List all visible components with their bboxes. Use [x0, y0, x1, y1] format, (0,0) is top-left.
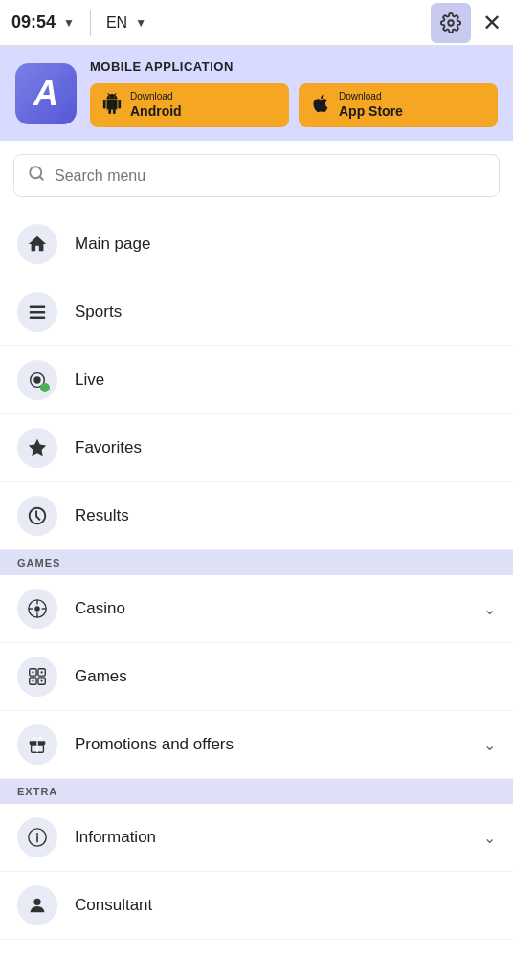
appstore-btn-text: Download App Store	[339, 91, 403, 120]
app-logo: A	[15, 63, 77, 124]
svg-point-21	[40, 680, 42, 682]
promotions-chevron-icon: ⌄	[483, 736, 496, 754]
search-bar[interactable]	[13, 154, 500, 197]
information-label: Information	[75, 828, 483, 847]
mobile-banner: A MOBILE APPLICATION Download Android	[0, 46, 513, 141]
menu-item-information[interactable]: Information ⌄	[0, 804, 513, 872]
person-icon	[27, 895, 48, 916]
svg-point-9	[34, 606, 40, 612]
android-btn-small: Download	[130, 91, 182, 102]
status-left: 09:54 ▼ EN ▼	[11, 10, 146, 36]
svg-point-19	[40, 672, 42, 674]
appstore-btn-small: Download	[339, 91, 403, 102]
status-lang: EN	[106, 14, 127, 32]
menu-item-favorites[interactable]: Favorites	[0, 414, 513, 482]
banner-title: MOBILE APPLICATION	[90, 59, 498, 74]
dice-icon	[27, 666, 48, 687]
menu-item-sports[interactable]: Sports	[0, 278, 513, 346]
status-right: ✕	[431, 3, 502, 43]
search-input[interactable]	[55, 167, 485, 185]
information-icon-wrap	[17, 817, 57, 858]
menu-item-consultant[interactable]: Consultant	[0, 872, 513, 940]
consultant-icon-wrap	[17, 885, 57, 925]
sports-label: Sports	[75, 302, 496, 322]
svg-rect-4	[30, 311, 46, 313]
extra-menu-list: Information ⌄ Consultant	[0, 804, 513, 940]
sports-icon	[27, 301, 48, 323]
live-dot	[40, 383, 50, 392]
android-btn-text: Download Android	[130, 91, 182, 120]
sports-icon-wrap	[17, 292, 57, 332]
svg-point-6	[33, 377, 40, 384]
app-logo-letter: A	[33, 74, 58, 114]
settings-button[interactable]	[431, 3, 471, 43]
android-icon	[101, 93, 123, 119]
games-label: Games	[75, 667, 496, 686]
svg-line-2	[39, 177, 42, 180]
svg-rect-5	[30, 317, 46, 319]
information-chevron-icon: ⌄	[483, 829, 496, 847]
promotions-icon-wrap	[17, 724, 57, 765]
home-icon	[27, 234, 48, 255]
menu-item-results[interactable]: Results	[0, 482, 513, 550]
games-icon-wrap	[17, 657, 57, 697]
svg-point-0	[448, 20, 454, 26]
casino-chevron-icon: ⌄	[483, 600, 496, 618]
star-icon	[27, 437, 48, 458]
games-menu-list: Casino ⌄ Games	[0, 575, 513, 779]
search-icon	[28, 165, 45, 187]
close-button[interactable]: ✕	[482, 10, 502, 36]
android-download-button[interactable]: Download Android	[90, 83, 289, 127]
menu-item-games[interactable]: Games	[0, 643, 513, 711]
android-btn-big: Android	[130, 102, 182, 120]
casino-icon-wrap	[17, 589, 57, 629]
gift-icon	[27, 734, 48, 755]
time-chevron-icon: ▼	[63, 16, 75, 30]
casino-icon	[27, 598, 48, 619]
consultant-label: Consultant	[75, 896, 496, 915]
favorites-label: Favorites	[75, 438, 496, 457]
menu-item-promotions[interactable]: Promotions and offers ⌄	[0, 711, 513, 779]
svg-point-18	[32, 672, 33, 674]
favorites-icon-wrap	[17, 428, 57, 468]
apple-icon	[310, 93, 331, 119]
status-time: 09:54	[11, 12, 56, 33]
main-page-label: Main page	[75, 234, 496, 254]
appstore-btn-big: App Store	[339, 102, 403, 120]
status-bar: 09:54 ▼ EN ▼ ✕	[0, 0, 513, 46]
menu-item-casino[interactable]: Casino ⌄	[0, 575, 513, 643]
results-icon	[27, 505, 48, 526]
svg-point-20	[32, 680, 33, 682]
info-icon	[27, 827, 48, 848]
live-icon-wrap	[17, 360, 57, 400]
status-divider	[90, 10, 91, 36]
lang-chevron-icon: ▼	[135, 16, 146, 30]
casino-label: Casino	[75, 599, 483, 618]
menu-list: Main page Sports Live Favorites	[0, 211, 513, 550]
menu-item-main-page[interactable]: Main page	[0, 211, 513, 278]
gear-icon	[440, 12, 461, 33]
banner-content: MOBILE APPLICATION Download Android	[90, 59, 498, 127]
svg-rect-3	[30, 306, 46, 308]
live-label: Live	[75, 370, 496, 390]
svg-point-27	[33, 899, 40, 905]
download-buttons: Download Android Download App Store	[90, 83, 498, 127]
appstore-download-button[interactable]: Download App Store	[299, 83, 498, 127]
games-section-header: GAMES	[0, 550, 513, 575]
menu-item-live[interactable]: Live	[0, 346, 513, 414]
promotions-label: Promotions and offers	[75, 735, 483, 754]
extra-section-header: EXTRA	[0, 779, 513, 804]
results-label: Results	[75, 506, 496, 525]
results-icon-wrap	[17, 496, 57, 536]
main-page-icon-wrap	[17, 224, 57, 264]
